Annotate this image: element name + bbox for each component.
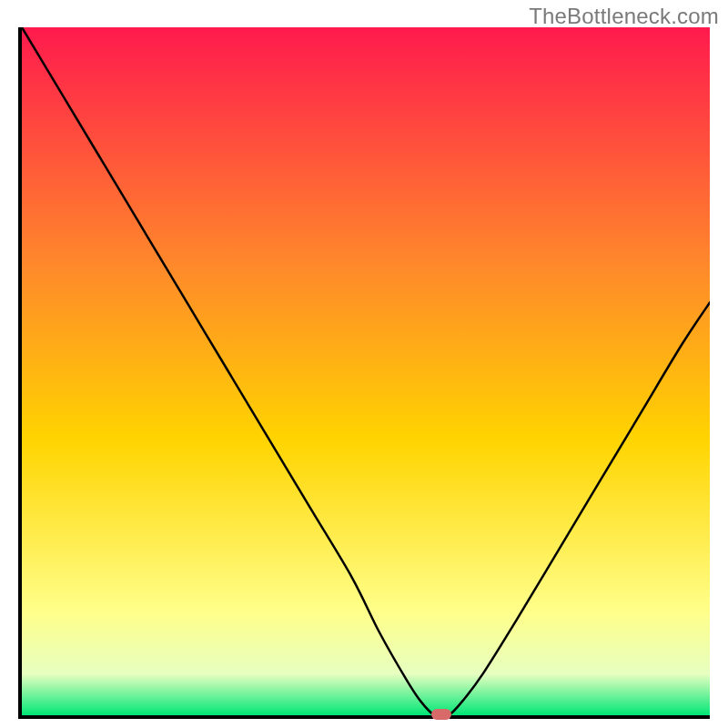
optimal-point-marker: [431, 709, 451, 720]
watermark-text: TheBottleneck.com: [529, 4, 719, 29]
chart-container: TheBottleneck.com: [0, 0, 728, 728]
bottleneck-chart: [22, 27, 710, 715]
gradient-background: [22, 27, 710, 715]
